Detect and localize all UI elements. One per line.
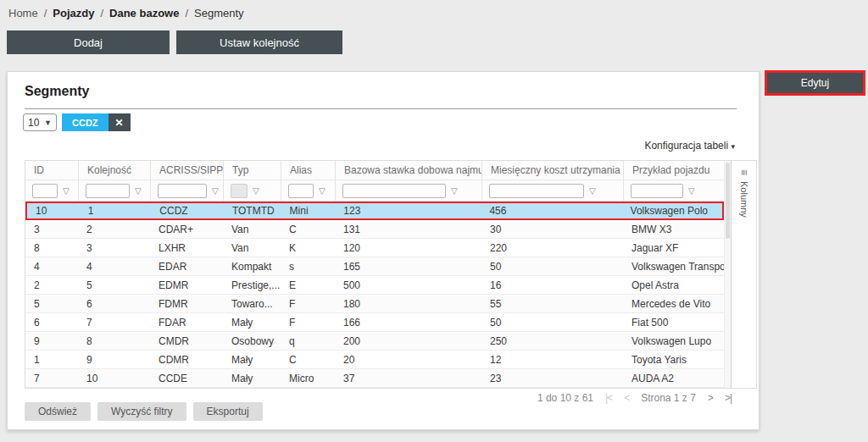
export-button[interactable]: Eksportuj [193,402,263,421]
filter-cell: ▽ [335,180,481,201]
table-cell: 123 [335,203,481,218]
filter-input[interactable] [32,184,58,198]
filter-input[interactable] [158,184,207,198]
filter-cell: ▽ [25,180,78,201]
table-row-selected[interactable]: 101CCDZTOTMTDMini123456Volkswagen Polo [25,202,724,220]
table-row[interactable]: 67FDARMałyF16650Fiat 500 [25,313,724,332]
table-cell: Van [223,239,281,257]
breadcrumb-segmenty: Segmenty [194,7,244,19]
table-cell: 180 [335,295,481,312]
table-cell: Volkswagen Transporter [623,257,724,275]
filter-funnel-icon[interactable]: ▽ [589,186,596,196]
filter-chip-remove-icon[interactable]: ✕ [108,113,131,131]
table-cell: 5 [78,276,150,294]
table-cell: Toyota Yaris [623,351,724,368]
table-cell: K [281,239,335,257]
pagination: 1 do 10 z 61 |< < Strona 1 z 7 > >| [537,392,732,404]
column-header[interactable]: Alias [281,161,335,180]
column-header[interactable]: Przykład pojazdu [623,161,724,180]
breadcrumb-home[interactable]: Home [8,7,38,19]
column-header[interactable]: Miesięczny koszt utrzymania [481,161,623,180]
table-cell: 3 [25,220,78,238]
table-cell: 1 [25,351,78,368]
set-order-button[interactable]: Ustaw kolejność [176,30,342,54]
filter-cell: ▽ [78,180,150,201]
scrollbar-thumb[interactable] [726,163,730,239]
table-cell: FDMR [150,295,223,312]
column-header[interactable]: ID [25,161,78,180]
breadcrumb-pojazdy[interactable]: Pojazdy [53,7,94,19]
table-config-link[interactable]: Konfiguracja tabeli ▾ [644,140,735,152]
table-cell: Mały [223,351,281,368]
table-cell: 50 [481,257,623,275]
page-size-select[interactable]: 10 ▼ [23,113,57,131]
table-cell: 10 [27,203,80,218]
filter-cell: ▽ [223,180,281,201]
table-cell: 131 [335,220,481,238]
table-cell: 7 [25,369,78,387]
chevron-down-icon: ▾ [731,142,735,151]
pagination-page: Strona 1 z 7 [641,392,696,404]
clear-filters-button[interactable]: Wyczyść filtry [97,402,186,421]
filter-input[interactable] [489,184,584,198]
table-row[interactable]: 25EDMRPrestige,...E50016Opel Astra [25,276,724,295]
table-cell: 500 [335,276,481,294]
table-row[interactable]: 710CCDEMałyMicro3723AUDA A2 [25,369,724,388]
table-row[interactable]: 56FDMRTowaro...F18055Mercedes de Vito [25,295,724,313]
table-cell: F [281,313,335,331]
column-header[interactable]: Bazowa stawka dobowa najmu [335,161,481,180]
last-page-button[interactable]: >| [725,392,732,404]
table-config-label: Konfiguracja tabeli [644,140,728,152]
filter-funnel-icon[interactable]: ▽ [688,186,695,196]
column-header[interactable]: ACRISS/SIPP [150,161,223,180]
filter-funnel-icon[interactable]: ▽ [63,186,70,196]
table-cell: 20 [335,351,481,368]
filter-input[interactable] [342,184,446,198]
table-body: 101CCDZTOTMTDMini123456Volkswagen Polo32… [25,202,724,388]
column-header[interactable]: Typ [223,161,281,180]
table-cell: 9 [25,332,78,350]
table-header-row: IDKolejnośćACRISS/SIPPTypAliasBazowa sta… [25,161,724,180]
filter-input[interactable] [288,184,314,198]
columns-panel-tab[interactable]: ≡ Kolumny [731,161,756,388]
table-row[interactable]: 98CMDROsobowyq200250Volkswagen Lupo [25,332,724,351]
prev-page-button: < [624,392,629,404]
page-size-value: 10 [28,117,39,129]
filter-funnel-icon[interactable]: ▽ [319,186,326,196]
table-cell: 4 [78,257,150,275]
filter-funnel-icon[interactable]: ▽ [451,186,458,196]
table-cell: 6 [78,295,150,312]
chevron-down-icon: ▼ [44,119,52,127]
footer-buttons: Odśwież Wyczyść filtry Eksportuj [25,402,263,421]
table-cell: CMDR [150,332,223,350]
table-cell: 7 [78,313,150,331]
table-cell: 6 [25,313,78,331]
next-page-button[interactable]: > [708,392,713,404]
table-cell: 37 [335,369,481,387]
table-cell: 165 [335,257,481,275]
table-cell: 9 [78,351,150,368]
table-cell: Fiat 500 [623,313,724,331]
filter-funnel-icon[interactable]: ▽ [135,186,142,196]
table-cell: 4 [25,257,78,275]
breadcrumb-dane-bazowe[interactable]: Dane bazowe [109,7,179,19]
table-row[interactable]: 44EDARKompakts16550Volkswagen Transporte… [25,257,724,276]
filter-input[interactable] [631,184,683,198]
refresh-button[interactable]: Odśwież [25,402,91,421]
add-button[interactable]: Dodaj [7,30,170,54]
table-cell: 2 [78,220,150,238]
filter-funnel-icon[interactable]: ▽ [212,186,219,196]
table-row[interactable]: 83LXHRVanK120220Jaguar XF [25,239,724,257]
segments-panel: Segmenty 10 ▼ CCDZ ✕ Konfiguracja tabeli… [7,71,760,430]
edit-button[interactable]: Edytuj [767,73,863,93]
column-header[interactable]: Kolejność [78,161,150,180]
table-cell: Van [223,220,281,238]
filter-funnel-icon[interactable]: ▽ [253,186,259,196]
filter-input[interactable] [86,184,130,198]
table-row[interactable]: 19CDMRMałyC2012Toyota Yaris [25,351,724,369]
table-cell: 16 [481,276,623,294]
table-cell: Mini [281,203,336,218]
table-cell: 250 [481,332,623,350]
vertical-scrollbar[interactable] [724,161,731,388]
table-row[interactable]: 32CDAR+VanC13130BMW X3 [25,220,724,239]
